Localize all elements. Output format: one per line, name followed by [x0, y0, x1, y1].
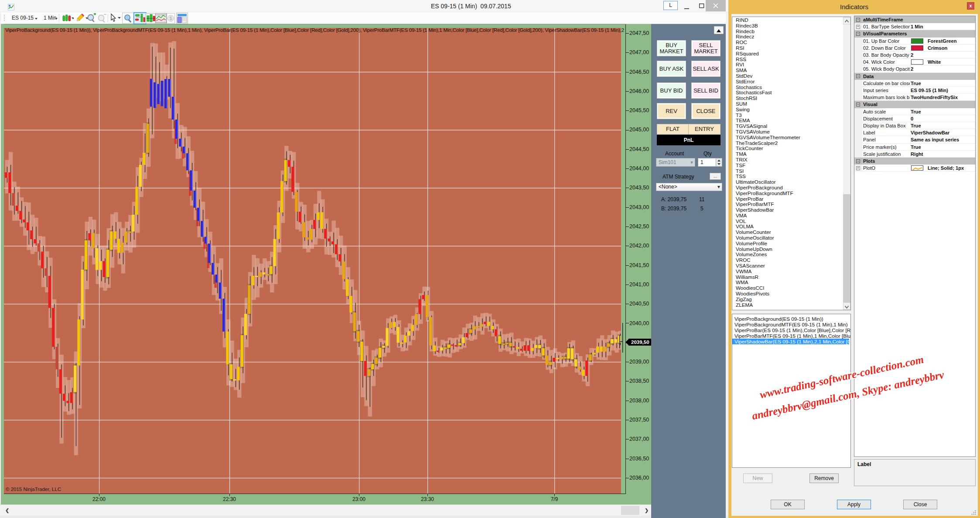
- svg-text:$: $: [170, 16, 172, 21]
- svg-text:2039,50: 2039,50: [631, 340, 649, 345]
